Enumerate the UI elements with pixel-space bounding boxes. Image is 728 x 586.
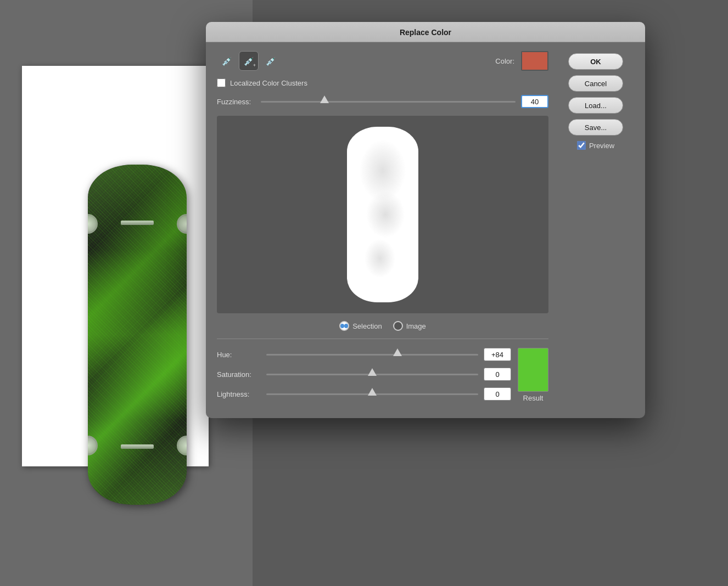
eyedropper-add-button[interactable]: 💉 + (239, 51, 259, 71)
hls-section: Hue: +84 Saturation: (217, 348, 548, 407)
hue-slider-container (266, 349, 478, 360)
result-label: Result (523, 394, 544, 402)
hue-label: Hue: (217, 351, 261, 359)
hue-thumb[interactable] (393, 348, 402, 356)
load-button[interactable]: Load... (568, 97, 623, 114)
selection-radio-circle (339, 321, 349, 331)
skateboard-image (88, 165, 187, 505)
preview-check-label[interactable]: Preview (589, 142, 614, 150)
saturation-label: Saturation: (217, 370, 261, 379)
localized-clusters-row: Localized Color Clusters (217, 78, 548, 87)
fuzziness-thumb[interactable] (320, 95, 329, 103)
result-swatch-container: Result (518, 348, 548, 407)
truck-bottom (121, 444, 154, 449)
view-radio-row: Selection Image (217, 321, 548, 331)
eyedropper-subtract-button[interactable]: 💉 (261, 51, 281, 71)
saturation-track (266, 374, 478, 375)
fuzziness-label: Fuzziness: (217, 98, 255, 106)
preview-area (217, 116, 548, 313)
wheel-bottom-right (177, 436, 187, 455)
lightness-label: Lightness: (217, 390, 261, 398)
fuzziness-slider-container (261, 96, 516, 107)
color-label: Color: (495, 57, 514, 65)
dialog-left-panel: 💉 💉 + 💉 Color: Localized Color Clusters (217, 51, 548, 407)
ok-button[interactable]: OK (568, 53, 623, 70)
image-radio-circle (393, 321, 403, 331)
replace-color-dialog: Replace Color 💉 💉 + 💉 Color: (206, 22, 645, 418)
result-swatch (518, 348, 548, 392)
color-swatch[interactable] (521, 51, 548, 71)
selection-radio-option[interactable]: Selection (339, 321, 382, 331)
lightness-thumb[interactable] (368, 388, 377, 396)
image-radio-label: Image (406, 322, 426, 330)
lightness-track (266, 393, 478, 395)
save-button[interactable]: Save... (568, 119, 623, 136)
skateboard-container (66, 148, 209, 521)
hue-track (266, 354, 478, 356)
saturation-slider-container (266, 369, 478, 380)
hls-sliders: Hue: +84 Saturation: (217, 348, 511, 407)
wheel-top-right (177, 214, 187, 234)
preview-checkbox[interactable] (577, 141, 586, 150)
lightness-value[interactable]: 0 (484, 387, 511, 401)
preview-check-row: Preview (577, 141, 614, 150)
eyedropper-button[interactable]: 💉 (217, 51, 237, 71)
dialog-titlebar: Replace Color (206, 22, 645, 42)
saturation-row: Saturation: 0 (217, 368, 511, 381)
wheel-top-left (88, 214, 98, 234)
eyedropper-subtract-icon: 💉 (266, 57, 276, 65)
selection-radio-label: Selection (352, 322, 382, 330)
white-canvas (22, 66, 209, 466)
fuzziness-row: Fuzziness: 40 (217, 95, 548, 108)
lightness-slider-container (266, 388, 478, 399)
fuzziness-value[interactable]: 40 (521, 95, 548, 108)
mask-preview (347, 127, 418, 302)
fuzziness-track (261, 101, 516, 103)
eyedropper-icon: 💉 (222, 57, 232, 65)
plus-icon: + (253, 63, 256, 68)
truck-top (121, 221, 154, 225)
divider (217, 339, 548, 339)
saturation-thumb[interactable] (368, 368, 377, 376)
toolbar-row: 💉 💉 + 💉 Color: (217, 51, 548, 71)
hue-value[interactable]: +84 (484, 348, 511, 361)
saturation-value[interactable]: 0 (484, 368, 511, 381)
localized-clusters-label[interactable]: Localized Color Clusters (230, 79, 307, 87)
lightness-row: Lightness: 0 (217, 387, 511, 401)
image-radio-option[interactable]: Image (393, 321, 426, 331)
dialog-title: Replace Color (400, 28, 451, 37)
eyedropper-add-icon: 💉 (244, 57, 254, 65)
wheel-bottom-left (88, 436, 98, 455)
hue-row: Hue: +84 (217, 348, 511, 361)
dialog-content: 💉 💉 + 💉 Color: Localized Color Clusters (206, 42, 645, 418)
dialog-right-panel: OK Cancel Load... Save... Preview (557, 51, 634, 407)
cancel-button[interactable]: Cancel (568, 75, 623, 92)
localized-clusters-checkbox[interactable] (217, 78, 226, 87)
